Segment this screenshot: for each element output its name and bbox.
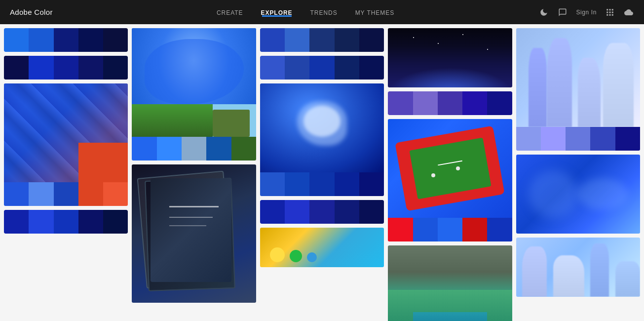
swatch	[78, 210, 103, 234]
swatch	[359, 56, 384, 80]
palette-strip	[4, 56, 128, 80]
palette-strip	[132, 137, 256, 160]
swatch	[54, 28, 78, 52]
palette-strip	[4, 182, 128, 206]
image-card-fairy[interactable]	[132, 28, 256, 160]
svg-rect-4	[609, 11, 611, 13]
nav-link-my-themes[interactable]: MY THEMES	[355, 9, 395, 16]
swatch	[231, 137, 256, 160]
nav-item-trends[interactable]: TRENDS	[310, 8, 338, 17]
app-logo: Adobe Color	[10, 8, 53, 16]
svg-rect-3	[606, 11, 608, 13]
palette-strip	[388, 218, 512, 241]
image-card-blue-abstract[interactable]	[516, 155, 640, 234]
swatch	[388, 218, 413, 241]
swatch	[566, 127, 590, 151]
swatch	[29, 210, 53, 234]
swatch	[438, 91, 462, 115]
svg-rect-5	[612, 11, 613, 13]
swatch	[285, 28, 309, 52]
swatch	[285, 200, 309, 224]
image-card-dark-sky[interactable]	[388, 28, 512, 87]
palette-card[interactable]	[260, 200, 384, 224]
swatch	[309, 200, 334, 224]
svg-rect-1	[609, 9, 611, 10]
swatch	[29, 182, 53, 206]
swatch	[260, 56, 285, 80]
swatch	[516, 127, 541, 151]
swatch	[359, 200, 384, 224]
image-card-partial[interactable]	[260, 228, 384, 267]
palette-card[interactable]	[260, 56, 384, 80]
svg-rect-7	[609, 14, 611, 15]
nav-link-trends[interactable]: TRENDS	[310, 9, 338, 16]
palette-strip	[516, 127, 640, 151]
image-card-coral-1[interactable]	[516, 28, 640, 151]
theme-toggle-icon[interactable]	[538, 7, 549, 18]
nav-link-create[interactable]: CREATE	[217, 9, 243, 16]
image-card[interactable]	[4, 83, 128, 206]
swatch	[78, 28, 103, 52]
swatch	[285, 172, 309, 196]
swatch	[359, 172, 384, 196]
swatch	[103, 56, 128, 80]
palette-card[interactable]	[4, 28, 128, 52]
swatch	[54, 182, 78, 206]
palette-strip	[260, 200, 384, 224]
palette-card[interactable]	[260, 28, 384, 52]
palette-card[interactable]	[4, 56, 128, 80]
grid-col-1	[4, 28, 128, 321]
palette-strip	[260, 28, 384, 52]
swatch	[487, 91, 512, 115]
image-card-dark-cards[interactable]	[132, 164, 256, 303]
grid-col-3	[260, 28, 384, 321]
nav-item-explore[interactable]: EXPLORE	[261, 8, 292, 17]
grid-col-5	[516, 28, 640, 321]
swatch	[54, 210, 78, 234]
swatch	[4, 28, 29, 52]
swatch	[413, 91, 438, 115]
swatch	[103, 182, 128, 206]
image-card-jellyfish[interactable]	[260, 83, 384, 196]
nav-links: CREATE EXPLORE TRENDS MY THEMES	[73, 8, 539, 17]
swatch	[335, 56, 359, 80]
swatch	[335, 172, 359, 196]
palette-strip	[260, 172, 384, 196]
swatch	[182, 137, 206, 160]
nav-item-my-themes[interactable]: MY THEMES	[355, 8, 395, 17]
swatch	[335, 200, 359, 224]
grid-col-2	[132, 28, 256, 321]
swatch	[29, 56, 53, 80]
swatch	[462, 218, 487, 241]
svg-rect-6	[606, 14, 608, 15]
swatch	[4, 56, 29, 80]
palette-strip	[4, 210, 128, 234]
palette-strip	[260, 56, 384, 80]
apps-grid-icon[interactable]	[605, 7, 615, 18]
feedback-icon[interactable]	[557, 7, 568, 18]
palette-card[interactable]	[388, 91, 512, 115]
grid-col-4	[388, 28, 512, 321]
sign-in-button[interactable]: Sign In	[576, 9, 597, 16]
image-card-landscape[interactable]	[388, 245, 512, 321]
swatch	[388, 91, 413, 115]
svg-rect-2	[612, 9, 613, 10]
creative-cloud-icon[interactable]	[623, 7, 634, 18]
palette-strip	[4, 28, 128, 52]
swatch	[29, 28, 53, 52]
swatch	[541, 127, 566, 151]
swatch	[285, 56, 309, 80]
image-card-coral-2[interactable]	[516, 238, 640, 297]
swatch	[132, 137, 156, 160]
nav-item-create[interactable]: CREATE	[217, 8, 243, 17]
image-card-foosball[interactable]	[388, 119, 512, 241]
swatch	[615, 127, 640, 151]
swatch	[78, 182, 103, 206]
swatch	[206, 137, 231, 160]
palette-strip	[388, 91, 512, 115]
swatch	[4, 210, 29, 234]
color-grid	[0, 24, 644, 321]
palette-card[interactable]	[4, 210, 128, 234]
navbar: Adobe Color CREATE EXPLORE TRENDS MY THE…	[0, 0, 644, 24]
swatch	[78, 56, 103, 80]
